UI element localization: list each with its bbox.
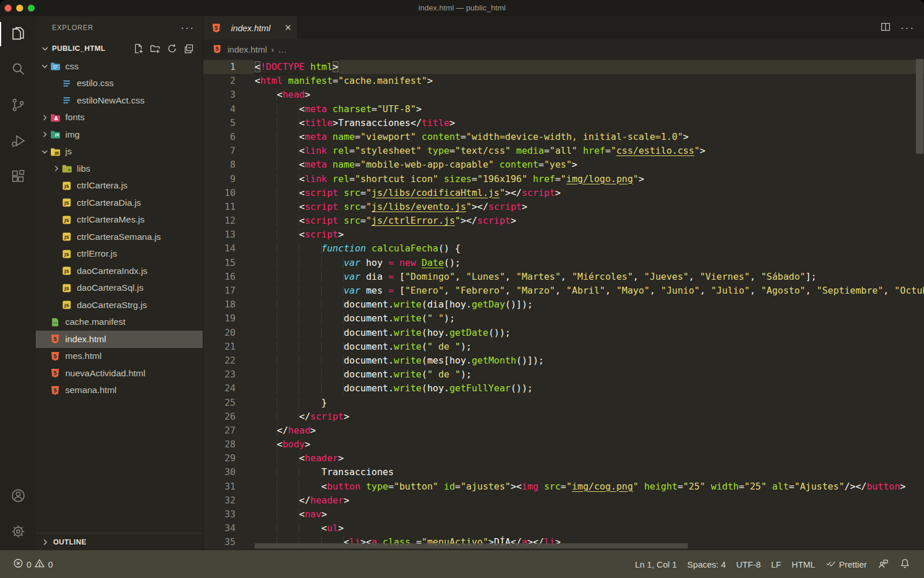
code-line-12[interactable]: 12 <script src="js/ctrlError.js"></scrip… [203, 214, 924, 228]
indentation-setting[interactable]: Spaces: 4 [682, 560, 731, 569]
code-line-10[interactable]: 10 <script src="js/libs/codificaHtml.js"… [203, 186, 924, 200]
tree-item-ctrlCartera.js[interactable]: JSctrlCartera.js [36, 177, 203, 195]
eol-setting[interactable]: LF [766, 560, 787, 569]
tree-item-daoCarteraStrg.js[interactable]: JSdaoCarteraStrg.js [36, 297, 203, 314]
code-line-29[interactable]: 29 <header> [203, 451, 924, 465]
tree-item-cache.manifest[interactable]: ‹›cache.manifest [36, 314, 203, 331]
tree-item-label: daoCarteraIndx.js [77, 266, 147, 276]
code-line-32[interactable]: 32 </header> [203, 494, 924, 507]
code-line-8[interactable]: 8 <meta name="mobile-web-app-capable" co… [203, 158, 924, 172]
folder-section-header[interactable]: PUBLIC_HTML [36, 39, 203, 58]
code-line-3[interactable]: 3 <head> [203, 88, 924, 102]
js-file-icon: JS [62, 232, 73, 242]
code-line-9[interactable]: 9 <link rel="shortcut icon" sizes="196x1… [203, 172, 924, 186]
html-file-icon: 5 [50, 386, 61, 395]
tree-item-mes.html[interactable]: 5mes.html [36, 348, 203, 365]
line-number: 26 [203, 410, 236, 424]
code-line-33[interactable]: 33 <nav> [203, 507, 924, 521]
tree-item-css[interactable]: css [36, 58, 203, 75]
activity-extensions[interactable] [0, 160, 36, 195]
code-line-15[interactable]: 15 var hoy = new Date(); [203, 256, 924, 270]
code-line-7[interactable]: 7 <link rel="stylesheet" type="text/css"… [203, 144, 924, 158]
code-line-14[interactable]: 14 function calculaFecha() { [203, 242, 924, 255]
code-line-13[interactable]: 13 <script> [203, 228, 924, 242]
code-line-26[interactable]: 26 </script> [203, 410, 924, 424]
tree-item-ctrlCarteraMes.js[interactable]: JSctrlCarteraMes.js [36, 212, 203, 229]
tree-item-img[interactable]: img [36, 126, 203, 143]
code-line-18[interactable]: 18 document.write(dia[hoy.getDay()]); [203, 298, 924, 312]
tree-item-label: img [65, 129, 80, 140]
code-line-25[interactable]: 25 } [203, 396, 924, 410]
code-line-16[interactable]: 16 var dia = ["Domingo", "Lunes", "Marte… [203, 270, 924, 284]
tree-item-libs[interactable]: libs [36, 160, 203, 177]
code-line-4[interactable]: 4 <meta charset="UTF-8"> [203, 102, 924, 116]
line-number: 2 [203, 74, 236, 88]
tree-item-label: cache.manifest [65, 317, 125, 327]
breadcrumb[interactable]: 5 index.html › … [203, 39, 924, 59]
code-line-1[interactable]: 1<!DOCTYPE html> [203, 60, 924, 74]
close-tab-icon[interactable]: ✕ [284, 23, 292, 33]
tree-item-index.html[interactable]: 5index.html [36, 331, 203, 348]
breadcrumb-file[interactable]: index.html [228, 45, 267, 54]
tree-item-daoCarteraSql.js[interactable]: JSdaoCarteraSql.js [36, 280, 203, 297]
code-line-23[interactable]: 23 document.write(" de "); [203, 368, 924, 381]
tree-item-js[interactable]: JSjs [36, 143, 203, 161]
code-line-30[interactable]: 30 Transacciones [203, 465, 924, 479]
tree-item-semana.html[interactable]: 5semana.html [36, 382, 203, 399]
refresh-button[interactable] [166, 43, 178, 54]
line-number: 4 [203, 102, 236, 116]
activity-source-control[interactable] [0, 88, 36, 124]
folder-js-icon: JS [50, 147, 61, 157]
split-editor-button[interactable] [880, 21, 891, 35]
code-line-2[interactable]: 2<html manifest="cache.manifest"> [203, 74, 924, 88]
code-line-28[interactable]: 28 <body> [203, 438, 924, 451]
tree-item-daoCarteraIndx.js[interactable]: JSdaoCarteraIndx.js [36, 262, 203, 280]
code-line-20[interactable]: 20 document.write(hoy.getDate()); [203, 326, 924, 340]
activity-explorer[interactable] [0, 16, 36, 52]
activity-search[interactable] [0, 52, 36, 88]
code-line-31[interactable]: 31 <button type="button" id="ajustes"><i… [203, 480, 924, 494]
encoding-setting[interactable]: UTF-8 [731, 560, 766, 569]
tree-item-estiloNewAct.css[interactable]: estiloNewAct.css [36, 92, 203, 109]
outline-section-header[interactable]: OUTLINE [36, 533, 203, 550]
tree-item-nuevaActividad.html[interactable]: 5nuevaActividad.html [36, 365, 203, 382]
code-line-6[interactable]: 6 <meta name="viewport" content="width=d… [203, 130, 924, 144]
code-line-19[interactable]: 19 document.write(" "); [203, 312, 924, 325]
vertical-scrollbar[interactable] [916, 59, 923, 154]
new-folder-button[interactable] [150, 43, 161, 54]
code-line-5[interactable]: 5 <title>Transacciones</title> [203, 116, 924, 130]
tree-item-estilo.css[interactable]: estilo.css [36, 75, 203, 92]
horizontal-scrollbar[interactable] [255, 543, 688, 549]
tab-index-html[interactable]: 5 index.html ✕ [203, 16, 298, 39]
tree-item-ctrlCarteraDia.js[interactable]: JSctrlCarteraDia.js [36, 194, 203, 212]
line-number: 24 [203, 381, 236, 395]
problems-indicator[interactable]: 0 0 [8, 558, 58, 570]
activity-settings[interactable] [0, 514, 36, 550]
new-file-button[interactable] [133, 43, 144, 54]
code-line-34[interactable]: 34 <ul> [203, 521, 924, 535]
code-line-21[interactable]: 21 document.write(" de "); [203, 340, 924, 354]
editor-more-actions-button[interactable]: ··· [900, 25, 915, 31]
language-mode[interactable]: HTML [787, 560, 821, 569]
feedback-button[interactable] [872, 558, 894, 571]
code-editor[interactable]: 1<!DOCTYPE html>2<html manifest="cache.m… [203, 59, 924, 550]
cursor-position[interactable]: Ln 1, Col 1 [630, 560, 683, 569]
formatter-status[interactable]: Prettier [821, 558, 872, 570]
explorer-more-actions-button[interactable]: ··· [181, 25, 195, 31]
code-line-24[interactable]: 24 document.write(hoy.getFullYear()); [203, 381, 924, 395]
collapse-all-button[interactable] [183, 43, 195, 54]
code-line-17[interactable]: 17 var mes = ["Enero", "Febrero", "Marzo… [203, 284, 924, 298]
tree-item-ctrlCarteraSemana.js[interactable]: JSctrlCarteraSemana.js [36, 228, 203, 246]
notifications-button[interactable] [894, 558, 916, 571]
breadcrumb-more[interactable]: … [278, 45, 286, 54]
tree-item-ctrlError.js[interactable]: JSctrlError.js [36, 246, 203, 263]
line-number: 6 [203, 130, 236, 144]
code-line-22[interactable]: 22 document.write(mes[hoy.getMonth()]); [203, 354, 924, 368]
files-icon [10, 25, 26, 43]
code-line-27[interactable]: 27 </head> [203, 424, 924, 438]
code-line-11[interactable]: 11 <script src="js/libs/evento.js"></scr… [203, 200, 924, 214]
tree-item-fonts[interactable]: Afonts [36, 109, 203, 127]
svg-text:JS: JS [64, 218, 69, 223]
activity-run-debug[interactable] [0, 124, 36, 160]
activity-accounts[interactable] [0, 479, 36, 514]
